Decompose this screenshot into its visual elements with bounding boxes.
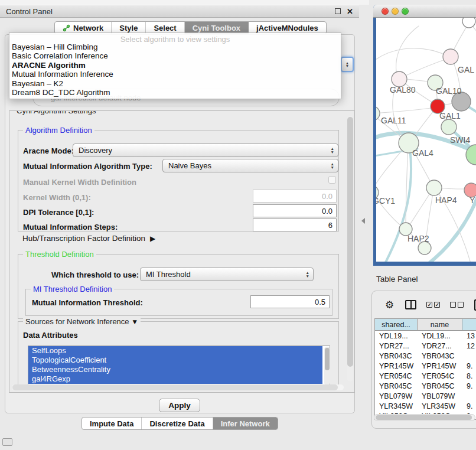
tab-select[interactable]: Select xyxy=(146,22,184,34)
settings-hscroll-thumb[interactable] xyxy=(12,384,338,390)
hub-transcription-section-header[interactable]: Hub/Transcription Factor Definition ▶ xyxy=(22,234,155,243)
table-row[interactable]: YER054CYER054C8. xyxy=(375,371,476,381)
mi-threshold-definition-group: MI Threshold Definition Mutual Informati… xyxy=(25,289,332,316)
deselect-all-columns-icon[interactable] xyxy=(450,302,464,308)
kernel-width-field[interactable]: 0.0 xyxy=(253,190,337,203)
close-panel-icon[interactable]: ✕ xyxy=(347,8,353,15)
algorithm-definition-group: Algorithm Definition Aracne Mode: Discov… xyxy=(18,130,339,231)
data-attribute-item[interactable]: SelfLoops xyxy=(28,346,322,356)
collapsed-arrow-icon: ▶ xyxy=(150,234,155,243)
aracne-mode-label: Aracne Mode: xyxy=(23,146,74,155)
network-canvas[interactable]: GALGAL80GAL10GAL1GAL11SWI4GAL4GCY1HAP4YH… xyxy=(376,18,476,262)
table-row[interactable]: YDR27...YDR27...12 xyxy=(375,341,476,351)
algorithm-option-bayesian-k2[interactable]: Bayesian – K2 xyxy=(9,79,341,88)
select-all-columns-icon[interactable]: ✓✓ xyxy=(426,302,440,308)
table-cell: YPR145W xyxy=(375,362,418,370)
manual-kernel-label: Manual Kernel Width Definition xyxy=(23,178,136,187)
minimize-light-icon[interactable] xyxy=(392,8,399,15)
network-node-gal2[interactable] xyxy=(443,49,458,64)
close-light-icon[interactable] xyxy=(382,8,389,15)
node-label: Y xyxy=(470,195,475,205)
tab-jactivemnodules[interactable]: jActiveMNodules xyxy=(249,22,326,34)
table-cell: YER054C xyxy=(418,372,462,380)
tab-label: Select xyxy=(154,24,176,32)
algorithm-option-mutual-information-inference[interactable]: Mutual Information Inference xyxy=(9,70,341,79)
sources-group: Sources for Network Inference ▼ Data Att… xyxy=(18,321,339,390)
tab-infer-network[interactable]: Infer Network xyxy=(213,418,278,429)
mi-type-label: Mutual Information Algorithm Type: xyxy=(23,162,152,171)
table-row[interactable]: YBR043CYBR043C xyxy=(375,351,476,361)
node-label: GAL1 xyxy=(439,111,461,120)
settings-vscroll-thumb[interactable] xyxy=(347,117,353,367)
network-node-swi4[interactable] xyxy=(441,119,457,135)
stepper-icon: ▲▼ xyxy=(302,271,313,278)
which-threshold-label: Which threshold to use: xyxy=(51,270,139,279)
split-columns-icon[interactable] xyxy=(405,300,416,309)
column-header-col2[interactable] xyxy=(462,319,476,330)
network-edge[interactable] xyxy=(396,26,419,78)
apply-button[interactable]: Apply xyxy=(159,399,200,412)
network-edge[interactable] xyxy=(406,145,408,227)
stepper-icon: ▲▼ xyxy=(327,147,338,154)
network-node-bottom[interactable] xyxy=(418,242,431,255)
algorithm-option-aracne-algorithm[interactable]: ARACNE Algorithm xyxy=(9,61,341,70)
algorithm-option-bayesian-hill-climbing[interactable]: Bayesian – Hill Climbing xyxy=(9,43,341,51)
tab-discretize-data[interactable]: Discretize Data xyxy=(142,418,213,429)
network-edge[interactable] xyxy=(401,58,449,78)
table-row[interactable]: YBR045CYBR045C9. xyxy=(375,381,476,391)
aracne-mode-select[interactable]: Discovery ▲▼ xyxy=(73,144,338,157)
table-row[interactable]: YDL19...YDL19...13 xyxy=(375,331,476,341)
kernel-width-label: Kernel Width (0,1): xyxy=(23,193,91,202)
table-cell: YER054C xyxy=(375,372,418,380)
panel-collapse-handle-icon[interactable] xyxy=(361,218,365,224)
node-label: SWI4 xyxy=(450,135,470,145)
algorithm-option-basic-correlation-inference[interactable]: Basic Correlation Inference xyxy=(9,51,341,60)
minimized-panel-icon[interactable] xyxy=(2,438,12,446)
tab-style[interactable]: Style xyxy=(112,22,146,34)
mi-algorithm-type-select[interactable]: Naive Bayes ▲▼ xyxy=(162,159,338,172)
mi-threshold-field[interactable]: 0.5 xyxy=(250,295,330,308)
table-row[interactable]: YBL079WYBL079W xyxy=(375,391,476,401)
network-edge[interactable] xyxy=(376,48,449,66)
table-row[interactable]: YLR345WYLR345W9. xyxy=(375,401,476,411)
table-row[interactable]: YPR145WYPR145W9. xyxy=(375,361,476,371)
network-window-titlebar[interactable] xyxy=(373,5,476,18)
sources-section-header[interactable]: Sources for Network Inference ▼ xyxy=(23,317,141,327)
network-node-top-partial[interactable] xyxy=(462,18,475,28)
gear-icon[interactable]: ⚙ xyxy=(385,300,394,310)
which-threshold-select[interactable]: MI Threshold ▲▼ xyxy=(140,268,314,281)
column-header-name[interactable]: name xyxy=(418,319,462,330)
table-cell: YBR043C xyxy=(418,352,462,360)
mi-steps-field[interactable]: 6 xyxy=(253,219,337,231)
data-attributes-label: Data Attributes xyxy=(23,331,78,340)
dpi-tolerance-field[interactable]: 0.0 xyxy=(253,204,337,217)
algorithm-option-dream8-dc-tdc-algorithm[interactable]: Dream8 DC_TDC Algorithm xyxy=(9,88,341,97)
network-edge[interactable] xyxy=(376,107,436,113)
tab-impute-data[interactable]: Impute Data xyxy=(82,418,142,429)
table-cell: 13 xyxy=(462,332,476,340)
mi-threshold-label: Mutual Information Threshold: xyxy=(32,298,143,307)
network-node-gal11[interactable] xyxy=(376,106,380,120)
tab-label: Impute Data xyxy=(90,419,133,428)
tab-cyni-toolbox[interactable]: Cyni Toolbox xyxy=(185,22,249,34)
table-horizontal-scrollbar xyxy=(374,414,475,421)
threshold-definition-group: Threshold Definition Which threshold to … xyxy=(18,254,339,319)
node-label: GAL4 xyxy=(412,148,433,158)
data-attribute-item[interactable]: TopologicalCoefficient xyxy=(28,356,322,365)
table-cell: YBL079W xyxy=(418,392,462,400)
network-node-hap4[interactable] xyxy=(426,180,442,195)
bottom-tabbar: Impute DataDiscretize DataInfer Network xyxy=(81,417,278,430)
tab-network[interactable]: Network xyxy=(55,22,112,34)
stepper-icon: ▲▼ xyxy=(327,162,338,169)
attributes-scrollbar-thumb[interactable] xyxy=(325,348,330,370)
column-header-shared[interactable]: shared... xyxy=(375,319,418,330)
zoom-light-icon[interactable] xyxy=(402,8,409,15)
data-attribute-item[interactable]: gal4RGexp xyxy=(28,374,322,384)
algorithm-prompt: Select algorithm to view settings xyxy=(9,33,341,43)
data-attributes-list[interactable]: SelfLoopsTopologicalCoefficientBetweenne… xyxy=(28,345,330,387)
inference-algorithm-select-stepper[interactable]: ▲▼ xyxy=(341,57,354,72)
data-attribute-item[interactable]: BetweennessCentrality xyxy=(28,365,322,374)
float-panel-icon[interactable] xyxy=(335,8,341,14)
manual-kernel-checkbox[interactable] xyxy=(328,176,336,184)
table-hscroll-thumb[interactable] xyxy=(376,415,472,420)
